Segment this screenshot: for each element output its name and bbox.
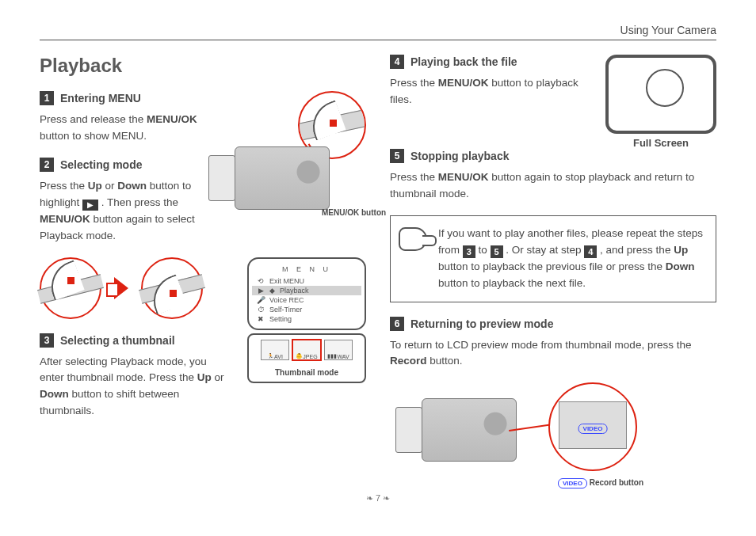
thumbnail-avi: 🏃AVI	[261, 340, 289, 360]
baby-icon	[625, 63, 697, 126]
highlight-dot	[67, 277, 74, 284]
up-down-illustration	[40, 257, 236, 319]
step-num-2: 2	[40, 158, 54, 172]
highlight-dot	[170, 290, 177, 297]
step-4-title: Playing back the file	[410, 55, 517, 68]
pointing-hand-icon	[399, 227, 427, 251]
step-4-text: Press the MENU/OK button to playback fil…	[390, 75, 594, 108]
step-2-text: Press the Up or Down button to highlight…	[40, 178, 209, 245]
step-num-5: 5	[390, 149, 404, 163]
step-1-text: Press and release the MENU/OK button to …	[40, 112, 209, 145]
step-5-text: Press the MENU/OK button again to stop p…	[390, 169, 716, 203]
highlight-dot	[330, 120, 337, 127]
thumbnail-wav: ▮▮▮WAV	[324, 340, 353, 360]
step-3-heading: 3 Selecting a thumbnail	[40, 333, 233, 348]
step-num-3: 3	[40, 333, 54, 348]
arrow-right-icon	[114, 277, 128, 299]
playback-icon: ▶	[82, 200, 98, 211]
full-screen-label: Full Screen	[605, 137, 716, 149]
step-num-4: 4	[390, 55, 404, 69]
note-box: If you want to play another files, pleas…	[390, 215, 716, 302]
section-name: Using Your Camera	[40, 24, 716, 36]
press-down-circle	[141, 257, 203, 319]
step-5-heading: 5 Stopping playback	[390, 149, 716, 163]
step-6-title: Returning to preview mode	[410, 317, 553, 330]
menu-screen: M E N U ⟲Exit MENU ▶◆ Playback 🎤Voice RE…	[247, 257, 366, 330]
step-num-6: 6	[390, 317, 404, 331]
step-1-heading: 1 Entering MENU	[40, 91, 209, 105]
fullscreen-playback-illustration	[605, 55, 716, 134]
step-6-text: To return to LCD preview mode from thumb…	[390, 337, 716, 371]
step-4-heading: 4 Playing back the file	[390, 55, 594, 69]
inline-step-3: 3	[463, 245, 475, 258]
step-1-title: Entering MENU	[60, 92, 141, 105]
camera-illustration	[235, 146, 330, 210]
thumbnail-jpeg-selected: 👶JPEG	[292, 340, 321, 360]
step-6-heading: 6 Returning to preview mode	[390, 317, 716, 331]
menu-title: M E N U	[252, 265, 361, 273]
camera-with-menuok-callout: MENU/OK button	[216, 91, 366, 218]
page-title: Playback	[40, 55, 366, 77]
menu-item-selftimer: ⏱Self-Timer	[252, 305, 361, 314]
record-button-callout-circle: VIDEO	[548, 382, 637, 471]
record-button-label: VIDEO Record button	[558, 478, 643, 488]
menu-item-exit: ⟲Exit MENU	[252, 276, 361, 286]
step-2-heading: 2 Selecting mode	[40, 158, 209, 172]
inline-step-5: 5	[491, 245, 503, 258]
step-2-title: Selecting mode	[60, 158, 142, 171]
menu-item-setting: ✖Setting	[252, 314, 361, 324]
menu-item-playback: ▶◆ Playback	[252, 286, 361, 295]
camera-with-record-callout: VIDEO VIDEO Record button	[390, 382, 643, 485]
video-button-label: VIDEO	[578, 424, 608, 434]
thumbnail-mode-label: Thumbnail mode	[275, 368, 338, 377]
left-column: Playback 1 Entering MENU Press and relea…	[40, 55, 366, 485]
step-3-title: Selecting a thumbnail	[60, 334, 175, 347]
camera-illustration	[422, 398, 517, 462]
right-column: 4 Playing back the file Press the MENU/O…	[390, 55, 716, 485]
header: Using Your Camera	[40, 24, 716, 40]
page-number: ❧ 7 ❧	[40, 493, 716, 504]
press-up-circle	[40, 257, 101, 319]
step-5-title: Stopping playback	[410, 150, 509, 162]
step-3-text: After selecting Playback mode, you enter…	[40, 354, 233, 420]
video-pill-icon: VIDEO	[558, 478, 587, 488]
inline-step-4: 4	[584, 245, 597, 258]
menu-item-voicerec: 🎤Voice REC	[252, 295, 361, 305]
step-num-1: 1	[40, 91, 54, 105]
thumbnail-screen: 🏃AVI 👶JPEG ▮▮▮WAV Thumbnail mode	[247, 333, 366, 383]
